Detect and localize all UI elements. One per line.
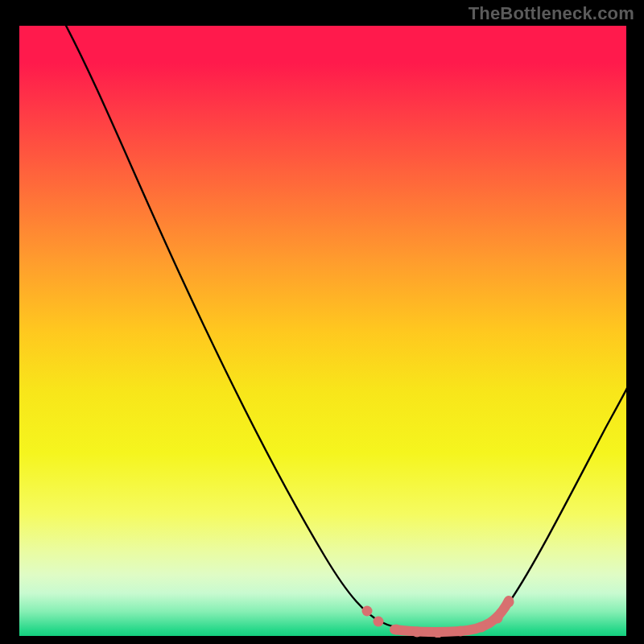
svg-point-2 <box>391 625 402 635</box>
svg-point-6 <box>477 622 487 633</box>
svg-point-7 <box>493 613 503 624</box>
svg-point-4 <box>433 628 444 638</box>
svg-point-5 <box>456 626 466 637</box>
svg-point-3 <box>412 627 423 638</box>
svg-point-8 <box>504 597 514 608</box>
bottleneck-curve-svg <box>19 26 628 638</box>
svg-point-1 <box>374 617 384 627</box>
watermark-text: TheBottleneck.com <box>469 3 634 24</box>
chart-root: TheBottleneck.com <box>0 0 644 644</box>
svg-point-0 <box>362 606 373 617</box>
main-curve <box>64 26 628 631</box>
highlight-stroke <box>394 601 509 632</box>
plot-area <box>18 26 626 638</box>
